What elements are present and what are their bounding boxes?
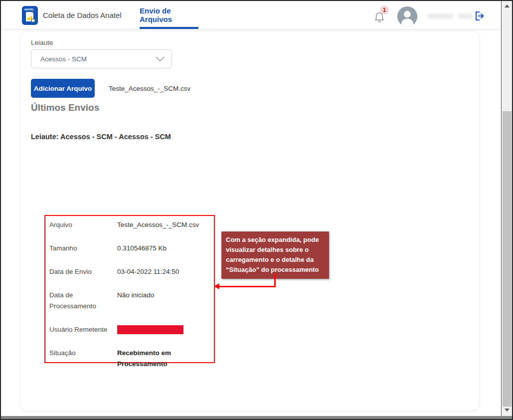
detail-value: 0.310546875 Kb bbox=[117, 243, 212, 254]
tab-active-underline bbox=[140, 27, 198, 29]
annotation-arrowhead bbox=[214, 283, 219, 289]
detail-label: Arquivo bbox=[49, 219, 117, 230]
scrollbar-thumb[interactable] bbox=[503, 111, 512, 407]
chevron-down-icon bbox=[156, 56, 165, 61]
selected-file-name: Teste_Acessos_-_SCM.csv bbox=[109, 79, 190, 98]
annotation-connector-horizontal bbox=[218, 286, 276, 287]
detail-label: Data de Envio bbox=[49, 266, 117, 277]
avatar[interactable] bbox=[397, 6, 417, 26]
redacted-value bbox=[117, 325, 183, 334]
window-bottom-edge bbox=[0, 416, 513, 419]
detail-value: Não iniciado bbox=[117, 290, 212, 312]
layout-field-label: Leiaute bbox=[31, 39, 53, 46]
scrollbar-up-button[interactable] bbox=[502, 2, 513, 10]
scrollbar-down-button[interactable] bbox=[502, 406, 513, 414]
detail-row: ArquivoTeste_Acessos_-_SCM.csv bbox=[49, 219, 212, 230]
avatar-icon bbox=[397, 6, 417, 26]
layout-select[interactable]: Acessos - SCM bbox=[31, 49, 172, 68]
detail-row: Data de Envio03-04-2022 11:24:50 bbox=[49, 266, 212, 277]
user-name-redacted bbox=[427, 13, 453, 19]
add-file-button[interactable]: Adicionar Arquivo bbox=[31, 79, 95, 98]
last-uploads-title: Últimos Envios bbox=[31, 102, 99, 113]
detail-label: Data de Processamento bbox=[49, 290, 117, 312]
annotation-connector-vertical bbox=[274, 274, 276, 287]
tab-envio-de-arquivos[interactable]: Envio de Arquivos bbox=[140, 1, 198, 29]
detail-label: Usuário Remetente bbox=[49, 324, 117, 335]
detail-row: SituaçãoRecebimento em Processamento bbox=[49, 348, 212, 370]
layout-select-value: Acessos - SCM bbox=[31, 55, 156, 63]
vertical-scrollbar[interactable] bbox=[501, 1, 512, 416]
detail-value: Recebimento em Processamento bbox=[117, 348, 212, 370]
logout-icon bbox=[475, 11, 485, 20]
detail-value: 03-04-2022 11:24:50 bbox=[117, 266, 212, 277]
layout-group-heading: Leiaute: Acessos - SCM - Acessos - SCM bbox=[31, 133, 171, 141]
anatel-logo-icon: ANATEL bbox=[22, 6, 38, 25]
detail-row: Usuário Remetente bbox=[49, 324, 212, 335]
app-window: ANATEL Coleta de Dados Anatel Envio de A… bbox=[0, 0, 513, 420]
app-title: Coleta de Dados Anatel bbox=[43, 1, 122, 29]
detail-value: Teste_Acessos_-_SCM.csv bbox=[117, 219, 212, 230]
user-name-redacted bbox=[458, 13, 473, 19]
annotation-callout: Com a seção expandida, pode visualizar d… bbox=[221, 231, 329, 279]
scrollbar-down-icon bbox=[505, 409, 510, 412]
detail-label: Tamanho bbox=[49, 243, 117, 254]
scrollbar-up-icon bbox=[505, 4, 510, 7]
detail-value bbox=[117, 324, 212, 335]
detail-row: Data de ProcessamentoNão iniciado bbox=[49, 290, 212, 312]
annotation-highlight-box: ArquivoTeste_Acessos_-_SCM.csvTamanho0.3… bbox=[44, 215, 215, 363]
detail-label: Situação bbox=[49, 348, 117, 370]
logo-text: ANATEL bbox=[24, 8, 34, 11]
notification-badge: 1 bbox=[380, 5, 389, 14]
app-header: ANATEL Coleta de Dados Anatel Envio de A… bbox=[1, 1, 501, 29]
details-list: ArquivoTeste_Acessos_-_SCM.csvTamanho0.3… bbox=[45, 216, 214, 382]
anatel-logo[interactable]: ANATEL bbox=[22, 6, 38, 25]
logout-button[interactable] bbox=[475, 11, 485, 20]
detail-row: Tamanho0.310546875 Kb bbox=[49, 243, 212, 254]
